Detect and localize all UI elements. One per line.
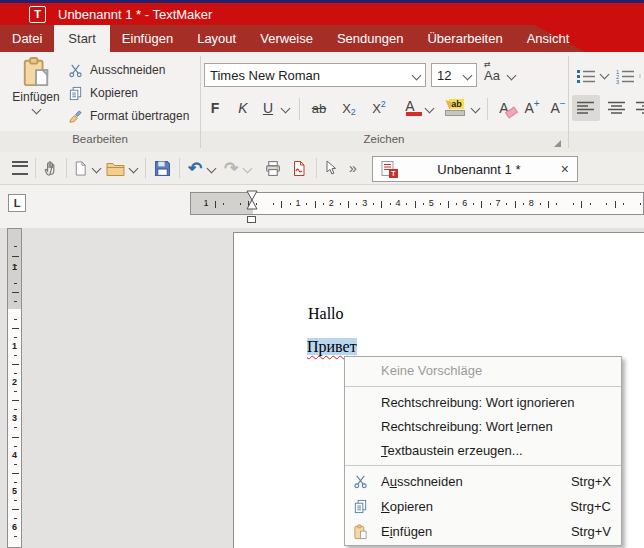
ruler-number: 1	[8, 341, 21, 351]
menu-item-create-text-block[interactable]: Textbaustein erzeugen...	[345, 438, 621, 462]
undo-icon: ↶	[188, 158, 202, 179]
document-tab-icon: T	[381, 161, 397, 177]
bold-button[interactable]: F	[204, 95, 226, 121]
object-mode-button[interactable]	[321, 152, 341, 184]
align-left-button[interactable]	[572, 95, 600, 121]
icon-placeholder	[353, 363, 373, 379]
format-painter-button[interactable]: Format übertragen	[66, 106, 189, 126]
tab-close-button[interactable]: ×	[561, 161, 569, 177]
ruler-tick	[14, 391, 17, 392]
font-size-select[interactable]: 12	[431, 63, 477, 87]
menu-item-ignore-word[interactable]: Rechtschreibung: Wort ignorieren	[345, 390, 621, 414]
document-tab-label: Unbenannt 1 *	[397, 162, 561, 177]
left-indent-marker[interactable]	[247, 216, 256, 223]
numbered-list-icon: 1 2 3	[615, 68, 635, 84]
tab-stop-selector[interactable]: L	[8, 194, 26, 212]
group-label-bearbeiten: Bearbeiten	[0, 133, 200, 145]
menu-item-copy[interactable]: Kopieren Strg+C	[345, 494, 621, 519]
ruler-tick	[14, 373, 17, 374]
italic-button[interactable]: K	[232, 95, 254, 121]
menu-item-cut[interactable]: Ausschneiden Strg+X	[345, 469, 621, 494]
strikethrough-button[interactable]: ab	[306, 95, 332, 121]
tab-layout[interactable]: Layout	[185, 25, 248, 52]
superscript-button[interactable]: X2	[367, 95, 391, 121]
highlight-button[interactable]: ab	[442, 95, 468, 121]
tab-sendungen[interactable]: Sendungen	[325, 25, 416, 52]
copy-button[interactable]: Kopieren	[66, 83, 138, 103]
save-button[interactable]	[151, 152, 173, 184]
chevron-down-icon[interactable]	[243, 164, 253, 174]
font-name-select[interactable]: Times New Roman	[204, 63, 426, 87]
indent-marker[interactable]	[246, 190, 258, 216]
chevron-down-icon[interactable]	[31, 105, 41, 115]
ruler-tick	[390, 203, 391, 205]
pdf-icon	[291, 160, 307, 177]
chevron-down-icon[interactable]	[92, 164, 102, 174]
chevron-down-icon[interactable]	[412, 70, 422, 80]
ruler-tick	[14, 283, 17, 284]
titlebar[interactable]: T Unbenannt 1 * - TextMaker	[0, 3, 644, 25]
more-tools-button[interactable]: »	[345, 152, 361, 184]
ruler-tick	[506, 203, 507, 205]
menu-item-learn-word[interactable]: Rechtschreibung: Wort lernen	[345, 414, 621, 438]
numbered-list-button[interactable]: 1 2 3	[615, 64, 635, 88]
menu-item-paste[interactable]: Einfügen Strg+V	[345, 519, 621, 544]
document-tab[interactable]: T Unbenannt 1 * ×	[372, 156, 578, 182]
open-button[interactable]	[104, 152, 126, 184]
change-case-button[interactable]: ⇄ Aa	[484, 63, 515, 87]
ruler-tick	[12, 364, 19, 365]
ruler-tick	[14, 464, 17, 465]
ruler-tick	[12, 328, 19, 329]
chevron-down-icon[interactable]	[600, 70, 610, 80]
new-document-button[interactable]	[71, 152, 89, 184]
multilevel-list-button[interactable]	[639, 64, 644, 88]
export-pdf-button[interactable]	[288, 152, 310, 184]
ruler-tick	[290, 203, 291, 205]
tab-ansicht[interactable]: Ansicht	[515, 25, 582, 52]
chevron-down-icon[interactable]	[425, 104, 435, 114]
tab-verweise[interactable]: Verweise	[248, 25, 325, 52]
tab-datei[interactable]: Datei	[0, 25, 54, 52]
ruler-tick	[515, 201, 516, 208]
align-center-button[interactable]	[604, 95, 630, 121]
menu-button[interactable]	[10, 152, 30, 184]
underline-button[interactable]: U	[258, 95, 278, 121]
horizontal-ruler[interactable]: 123456781	[190, 192, 644, 215]
chevron-down-icon[interactable]	[207, 164, 217, 174]
copy-button-label: Kopieren	[90, 86, 138, 100]
ruler-tick	[14, 319, 17, 320]
chevron-down-icon[interactable]	[129, 164, 139, 174]
chevron-down-icon[interactable]	[463, 70, 473, 80]
ruler-tick	[223, 203, 224, 205]
shrink-font-button[interactable]: A−	[547, 95, 569, 121]
ruler-number: 1	[296, 198, 301, 208]
vertical-ruler[interactable]: 1234561	[7, 228, 22, 548]
chevron-down-icon[interactable]	[281, 104, 291, 114]
dialog-launcher-icon[interactable]	[554, 140, 561, 147]
text-line-selected[interactable]: Привет	[307, 338, 357, 356]
undo-button[interactable]: ↶	[185, 152, 205, 184]
text-line-hallo[interactable]: Hallo	[308, 305, 344, 323]
align-center-icon	[607, 101, 627, 115]
tab-ueberarbeiten[interactable]: Überarbeiten	[415, 25, 514, 52]
subscript-button[interactable]: X2	[337, 95, 361, 121]
print-button[interactable]	[261, 152, 285, 184]
touch-mode-button[interactable]	[40, 152, 62, 184]
selected-word[interactable]: Привет	[307, 338, 357, 355]
chevron-down-icon[interactable]	[506, 70, 516, 80]
bullet-list-button[interactable]	[576, 64, 596, 88]
tab-start[interactable]: Start	[54, 25, 109, 52]
cut-button[interactable]: Ausschneiden	[66, 60, 165, 80]
font-color-button[interactable]: A	[400, 95, 420, 121]
clear-formatting-button[interactable]: A	[492, 95, 516, 121]
paste-button[interactable]: Einfügen	[10, 56, 62, 128]
grow-font-button[interactable]: A+	[521, 95, 543, 121]
chevron-down-icon[interactable]	[471, 104, 481, 114]
ruler-number: 6	[462, 198, 467, 208]
align-right-button[interactable]	[631, 95, 644, 121]
ruler-tick	[456, 203, 457, 205]
redo-button[interactable]: ↷	[221, 152, 241, 184]
tab-einfuegen[interactable]: Einfügen	[110, 25, 185, 52]
textmaker-window: T Unbenannt 1 * - TextMaker Datei Start …	[0, 0, 644, 548]
scissors-icon	[66, 62, 84, 78]
